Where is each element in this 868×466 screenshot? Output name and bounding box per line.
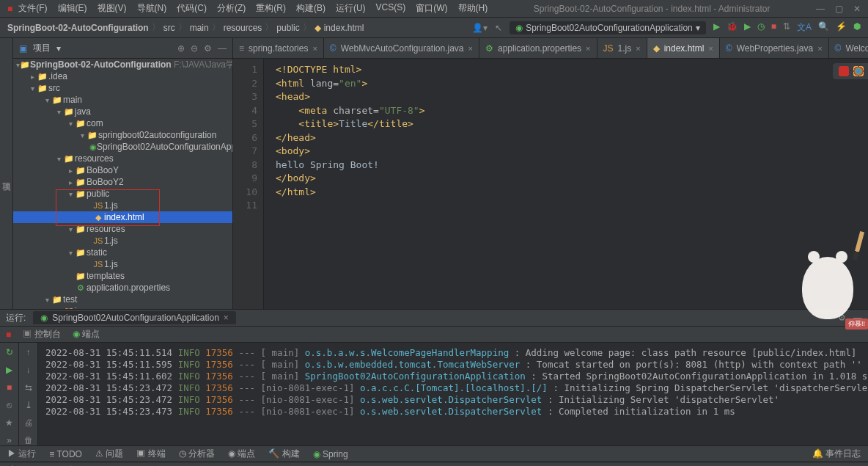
profile-icon[interactable]: ◷ xyxy=(757,21,765,34)
tab-todo[interactable]: ≡ TODO xyxy=(49,449,82,459)
tree-main[interactable]: ▾📁main xyxy=(13,94,232,106)
tab-spring[interactable]: ◉ Spring xyxy=(313,449,348,459)
tree-test[interactable]: ▾📁test xyxy=(13,294,232,305)
tree-bobooy[interactable]: ▸📁BoBooY xyxy=(13,164,232,176)
close-icon[interactable]: × xyxy=(817,44,822,53)
close-icon[interactable]: × xyxy=(468,44,473,53)
tree-appprops[interactable]: ⚙application.properties xyxy=(13,282,232,294)
tree-com[interactable]: ▾📁com xyxy=(13,117,232,129)
close-icon[interactable]: ✕ xyxy=(853,4,861,14)
tab-webmvc[interactable]: ©WebMvcAutoConfiguration.java× xyxy=(324,38,479,59)
tree-idea[interactable]: ▸📁.idea xyxy=(13,70,232,82)
tree-static[interactable]: ▾📁static xyxy=(13,247,232,258)
menu-run[interactable]: 运行(U) xyxy=(336,2,366,15)
up-icon[interactable]: ↑ xyxy=(26,347,31,357)
gear-icon[interactable]: ⚙ xyxy=(204,43,212,54)
back-icon[interactable]: ↖ xyxy=(495,23,502,33)
menu-nav[interactable]: 导航(N) xyxy=(137,2,167,15)
tree-resources[interactable]: ▾📁resources xyxy=(13,153,232,164)
tree-templates[interactable]: 📁templates xyxy=(13,270,232,282)
tree-1js3[interactable]: JS1.js xyxy=(13,258,232,270)
more-icon[interactable]: » xyxy=(7,435,12,445)
wrap-icon[interactable]: ⇆ xyxy=(25,382,32,393)
menu-vcs[interactable]: VCS(S) xyxy=(376,2,406,15)
tab-problems[interactable]: ⚠ 问题 xyxy=(95,448,123,460)
tree-indexhtml[interactable]: ◆index.html xyxy=(13,211,232,223)
star-icon[interactable]: ★ xyxy=(5,418,13,428)
target-icon[interactable]: ⊖ xyxy=(191,43,198,54)
tree-java2[interactable]: ▾📁java xyxy=(13,305,232,309)
menu-view[interactable]: 视图(V) xyxy=(98,2,127,15)
tree-app-class[interactable]: ◉SpringBoot02AutoConfigurationApplicati xyxy=(13,141,232,153)
tab-profiler[interactable]: ◷ 分析器 xyxy=(179,448,215,460)
stop-icon[interactable]: ■ xyxy=(771,21,776,34)
crumb-src[interactable]: src xyxy=(163,23,175,33)
menu-help[interactable]: 帮助(H) xyxy=(458,2,488,15)
close-icon[interactable]: × xyxy=(224,313,229,323)
tree-public[interactable]: ▾📁public xyxy=(13,188,232,200)
exit-icon[interactable]: ⎋ xyxy=(7,400,12,410)
tab-1js[interactable]: JS1.js× xyxy=(597,38,647,59)
run-icon[interactable]: ▶ xyxy=(713,21,720,34)
editor-body[interactable]: 1234567891011 <!DOCTYPE html> <html lang… xyxy=(233,59,868,309)
chevron-down-icon[interactable]: ▾ xyxy=(56,43,61,54)
tree-src[interactable]: ▾📁src xyxy=(13,82,232,94)
debug-icon[interactable]: 🐞 xyxy=(727,21,738,34)
down-icon[interactable]: ↓ xyxy=(26,365,31,375)
close-icon[interactable]: × xyxy=(586,44,590,53)
hide-icon[interactable]: — xyxy=(218,43,227,54)
run-icon[interactable]: ▶ xyxy=(6,365,12,375)
menu-refactor[interactable]: 重构(R) xyxy=(256,2,286,15)
tree-pkg[interactable]: ▾📁springboot02autoconfiguration xyxy=(13,129,232,141)
crumb-root[interactable]: SpringBoot-02-AutoConfiguration xyxy=(7,23,149,33)
tree-root[interactable]: ▾📁SpringBoot-02-AutoConfiguration F:\JAV… xyxy=(13,59,232,70)
close-icon[interactable]: × xyxy=(636,44,640,53)
tree-java[interactable]: ▾📁java xyxy=(13,106,232,117)
console-output[interactable]: 2022-08-31 15:45:11.514 INFO 17356 --- [… xyxy=(38,343,868,445)
translate-icon[interactable]: 文A xyxy=(797,21,812,34)
stop-icon[interactable]: ■ xyxy=(7,382,12,393)
minimize-icon[interactable]: — xyxy=(816,4,825,14)
menu-edit[interactable]: 编辑(E) xyxy=(58,2,87,15)
close-icon[interactable]: × xyxy=(708,44,713,53)
tab-run[interactable]: ▶ 运行 xyxy=(7,448,36,460)
tab-welcome[interactable]: ©WelcomePageHandlerMap xyxy=(829,38,868,59)
tab-endpoints[interactable]: ◉ 端点 xyxy=(228,448,255,460)
tab-spring-factories[interactable]: ≡spring.factories× xyxy=(233,38,324,59)
coverage-icon[interactable]: ▶ xyxy=(744,21,751,34)
tab-build[interactable]: 🔨 构建 xyxy=(268,448,299,460)
tab-indexhtml[interactable]: ◆index.html× xyxy=(647,38,720,59)
menu-code[interactable]: 代码(C) xyxy=(177,2,207,15)
collapse-icon[interactable]: ⊕ xyxy=(177,43,185,54)
close-icon[interactable]: × xyxy=(312,44,317,53)
stop-icon[interactable]: ■ xyxy=(6,330,11,340)
rerun-icon[interactable]: ↻ xyxy=(6,347,13,357)
tree-resources2[interactable]: ▾📁resources xyxy=(13,223,232,235)
idea-icon[interactable] xyxy=(839,66,849,76)
menu-file[interactable]: 文件(F) xyxy=(18,2,47,15)
menu-build[interactable]: 构建(B) xyxy=(296,2,326,15)
search-icon[interactable]: 🔍 xyxy=(818,21,829,34)
print-icon[interactable]: 🖨 xyxy=(24,418,33,428)
puzzle-icon[interactable]: ⬢ xyxy=(853,21,861,34)
tree-bobooy2[interactable]: ▸📁BoBooY2 xyxy=(13,176,232,188)
maximize-icon[interactable]: ▢ xyxy=(835,4,843,14)
user-icon[interactable]: 👤▾ xyxy=(472,23,488,33)
chrome-icon[interactable] xyxy=(853,66,864,76)
crumb-public[interactable]: public xyxy=(276,23,299,33)
run-configuration-selector[interactable]: ◉ SpringBoot02AutoConfigurationApplicati… xyxy=(510,21,706,34)
project-tree[interactable]: ▾📁SpringBoot-02-AutoConfiguration F:\JAV… xyxy=(13,59,232,309)
endpoint-tab[interactable]: ◉ 端点 xyxy=(73,328,100,341)
crumb-main[interactable]: main xyxy=(190,23,209,33)
crumb-resources[interactable]: resources xyxy=(224,23,262,33)
trash-icon[interactable]: 🗑 xyxy=(24,435,33,445)
scroll-icon[interactable]: ⤓ xyxy=(25,400,32,410)
crumb-file[interactable]: index.html xyxy=(324,23,364,33)
tab-terminal[interactable]: ▣ 终端 xyxy=(136,448,165,460)
event-log[interactable]: 🔔 事件日志 xyxy=(812,448,861,460)
menu-window[interactable]: 窗口(W) xyxy=(416,2,447,15)
run-tab[interactable]: ◉ SpringBoot02AutoConfigurationApplicati… xyxy=(33,311,236,324)
menu-analyze[interactable]: 分析(Z) xyxy=(217,2,246,15)
git-icon[interactable]: ⇅ xyxy=(783,21,790,34)
help-icon[interactable]: ⚡ xyxy=(836,21,847,34)
